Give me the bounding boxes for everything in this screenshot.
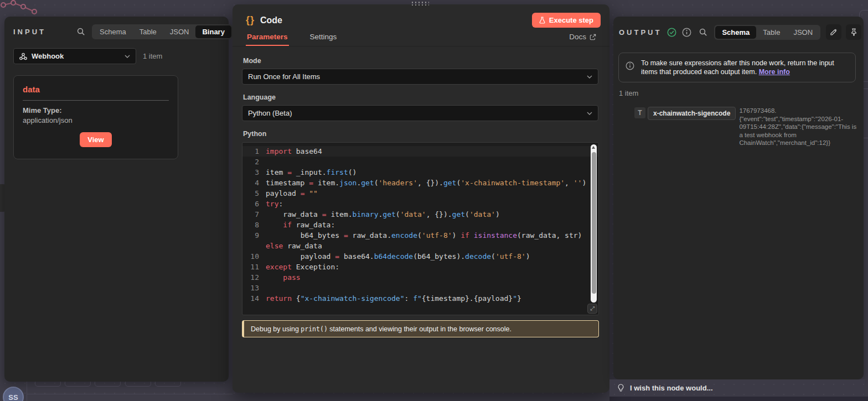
pin-data-button[interactable] (846, 24, 861, 40)
webhook-icon (19, 53, 27, 60)
info-circle-icon[interactable] (682, 28, 691, 37)
debug-hint-banner: Debug by using print() statements and vi… (242, 320, 599, 337)
tab-table[interactable]: Table (756, 26, 787, 39)
tab-parameters[interactable]: Parameters (246, 33, 289, 46)
chevron-down-icon (125, 55, 130, 58)
tab-binary[interactable]: Binary (195, 25, 231, 38)
language-label: Language (243, 93, 276, 101)
language-select[interactable]: Python (Beta) (242, 105, 598, 121)
search-icon[interactable] (77, 28, 85, 36)
binary-data-card: data Mime Type: application/json View (13, 75, 178, 159)
divider (23, 100, 169, 101)
search-icon[interactable] (699, 28, 707, 37)
tab-schema[interactable]: Schema (93, 25, 133, 38)
view-binary-button[interactable]: View (80, 132, 111, 147)
more-info-link[interactable]: More info (759, 68, 790, 76)
mode-value: Run Once for All Items (248, 72, 320, 81)
input-items-count: 1 item (143, 52, 162, 60)
feedback-bar[interactable]: I wish this node would... (609, 379, 865, 397)
notice-text: To make sure expressions after this node… (641, 59, 834, 76)
execute-step-label: Execute step (549, 16, 593, 24)
feedback-prompt: I wish this node would... (630, 384, 713, 392)
output-notice: To make sure expressions after this node… (618, 53, 856, 82)
execute-step-button[interactable]: Execute step (532, 13, 601, 28)
output-panel: OUTPUT Schema Table JSON (613, 17, 864, 379)
pin-icon (850, 28, 857, 36)
editor-scrollbar[interactable] (591, 144, 597, 303)
lightbulb-icon (617, 384, 624, 392)
pencil-icon (830, 28, 838, 36)
schema-row[interactable]: T x-chainwatch-sigencode 1767973468.{"ev… (634, 107, 860, 147)
external-link-icon (590, 34, 596, 40)
mode-label: Mode (243, 57, 261, 65)
code-node-modal: {} Code Execute step Parameters Settings… (232, 4, 609, 393)
success-check-icon (667, 28, 676, 37)
mime-type-label: Mime Type: (23, 106, 169, 114)
scrollbar-up-arrow[interactable] (592, 146, 595, 149)
flask-icon (539, 17, 545, 24)
chevron-down-icon (587, 75, 592, 79)
tab-schema[interactable]: Schema (715, 26, 756, 39)
hint-text-after: statements and viewing their output in t… (328, 325, 512, 333)
chevron-down-icon (587, 112, 592, 115)
input-display-mode-tabs: Schema Table JSON Binary (92, 24, 232, 39)
input-panel-title: INPUT (13, 28, 46, 36)
schema-value: 1767973468.{"event":"test","timestamp":"… (739, 107, 860, 147)
editor-expand-icon[interactable]: ⤢ (587, 304, 597, 314)
code-node-icon: {} (246, 14, 255, 26)
output-items-count: 1 item (619, 89, 638, 97)
schema-key[interactable]: x-chainwatch-sigencode (648, 107, 736, 120)
editor-label: Python (243, 130, 266, 138)
workflow-canvas: SS INPUT Schema Table JSON Binary Webhoo… (0, 0, 868, 401)
canvas-divider (27, 394, 232, 394)
mime-type-value: application/json (23, 116, 169, 124)
input-source-select[interactable]: Webhook (13, 48, 136, 64)
modal-drag-handle[interactable] (411, 1, 429, 6)
modal-tabs: Parameters Settings Docs (232, 28, 609, 46)
language-value: Python (Beta) (248, 109, 292, 117)
output-panel-title: OUTPUT (619, 28, 662, 37)
code-lines[interactable]: 1import base6423item = _input.first()4ti… (242, 143, 598, 304)
output-display-mode-tabs: Schema Table JSON (714, 25, 820, 40)
tab-table[interactable]: Table (133, 25, 163, 38)
avatar[interactable]: SS (3, 387, 24, 401)
code-editor[interactable]: 1import base6423item = _input.first()4ti… (242, 142, 599, 315)
type-string-icon: T (634, 107, 645, 118)
node-title: Code (260, 15, 282, 25)
canvas-bottom-strip (609, 397, 868, 401)
input-panel: INPUT Schema Table JSON Binary Webhook (4, 17, 229, 382)
info-circle-icon (626, 61, 634, 70)
canvas-node-links-decoration (0, 0, 48, 17)
hint-code: print() (301, 325, 327, 333)
scrollbar-thumb[interactable] (592, 152, 596, 294)
tab-json[interactable]: JSON (163, 25, 196, 38)
hint-text-before: Debug by using (251, 325, 301, 333)
input-source-label: Webhook (32, 52, 64, 60)
edit-output-button[interactable] (826, 24, 841, 40)
canvas-divider (27, 382, 27, 401)
mode-select[interactable]: Run Once for All Items (242, 69, 598, 85)
binary-field-name: data (23, 85, 169, 94)
docs-link[interactable]: Docs (569, 33, 596, 46)
docs-label: Docs (569, 33, 586, 41)
tab-settings[interactable]: Settings (309, 33, 338, 46)
tab-json[interactable]: JSON (787, 26, 819, 39)
